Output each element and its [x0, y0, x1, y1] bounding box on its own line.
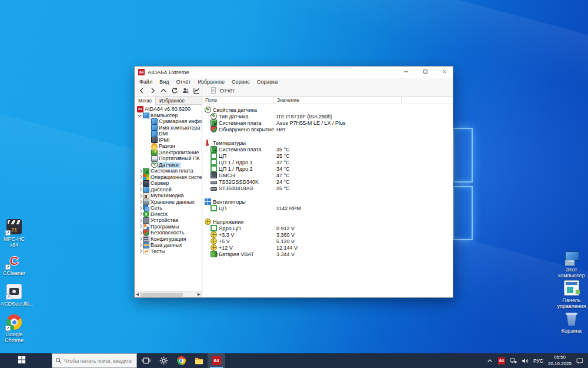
volume-icon[interactable]	[522, 357, 529, 364]
report-group-row[interactable]: Напряжения	[202, 218, 453, 225]
tree-item[interactable]: DirectX	[135, 211, 202, 218]
desktop-icon-recyclebin[interactable]: Корзина	[555, 311, 588, 334]
tree-item[interactable]: Мультимедиа	[135, 193, 202, 199]
toolbar-back-button[interactable]	[136, 86, 147, 96]
aida64-tray-icon[interactable]: 64	[498, 357, 505, 364]
chevron-right-icon[interactable]	[137, 242, 143, 248]
chevron-right-icon[interactable]	[137, 248, 143, 254]
chevron-right-icon[interactable]	[137, 174, 143, 180]
report-row[interactable]: ЦП 1 / Ядро 137 °C	[202, 159, 453, 165]
tree-item[interactable]: Электропитание	[135, 150, 202, 156]
tree-item[interactable]: Компьютер	[135, 112, 202, 119]
column-field[interactable]: Поле	[202, 97, 274, 104]
report-row[interactable]: Обнаружено вскрытие кор...Нет	[202, 126, 453, 132]
chevron-right-icon[interactable]	[137, 199, 143, 205]
tree-item[interactable]: Сеть	[135, 205, 202, 211]
tab-favorites[interactable]: Избранное	[156, 97, 188, 105]
taskbar-clock[interactable]: 06:50 20.10.2025	[548, 354, 572, 367]
tree-item[interactable]: DMI	[135, 131, 202, 137]
report-row[interactable]: ЦП25 °C	[202, 152, 453, 159]
tree-item[interactable]: База данных	[135, 242, 202, 248]
tree-item[interactable]: Разгон	[135, 143, 202, 150]
chevron-right-icon[interactable]	[137, 230, 143, 236]
tree-item[interactable]: Системная плата	[135, 168, 202, 174]
chevron-right-icon[interactable]	[137, 168, 143, 174]
scroll-right-arrow[interactable]: ▶	[196, 291, 202, 298]
tree-item[interactable]: AIDA64 v6.80.6200	[135, 106, 202, 112]
language-indicator[interactable]: РУС	[533, 358, 543, 364]
chevron-right-icon[interactable]	[137, 187, 143, 193]
report-row[interactable]: Ядро ЦП0.912 V	[202, 225, 453, 231]
report-row[interactable]: +12 V12.144 V	[202, 244, 453, 251]
report-row[interactable]: Батарея VBAT3.344 V	[202, 251, 453, 257]
chevron-right-icon[interactable]	[137, 211, 143, 217]
chevron-right-icon[interactable]	[137, 224, 143, 230]
scrollbar-thumb[interactable]	[141, 293, 183, 297]
toolbar-chart-button[interactable]	[191, 86, 202, 96]
chevron-right-icon[interactable]	[137, 217, 143, 223]
desktop-icon-thispc[interactable]: Этот компьютер	[555, 250, 588, 279]
column-value[interactable]: Значение	[274, 97, 402, 104]
tree-item[interactable]: Датчики	[135, 162, 202, 168]
desktop-icon-controlpanel[interactable]: Панель управления	[555, 280, 588, 310]
close-button[interactable]	[436, 67, 453, 78]
desktop-icon-chrome[interactable]: ↗Google Chrome	[1, 314, 28, 344]
tree-item[interactable]: IPMI	[135, 137, 202, 144]
report-row[interactable]: TS32GSSD340K24 °C	[202, 178, 453, 185]
action-center-icon[interactable]	[576, 357, 583, 364]
minimize-button[interactable]	[397, 67, 414, 78]
maximize-button[interactable]	[417, 67, 433, 78]
desktop-icon-mpc[interactable]: ↗MPC-HC x64	[1, 219, 28, 248]
chevron-down-icon[interactable]	[137, 112, 143, 118]
report-row[interactable]: ЦП1142 RPM	[202, 205, 453, 211]
desktop-icon-ccleaner[interactable]: ↗CCleaner	[1, 253, 28, 276]
chevron-right-icon[interactable]	[137, 193, 143, 198]
report-row[interactable]: Системная плата35 °C	[202, 146, 453, 152]
report-group-row[interactable]: Вентиляторы	[202, 198, 453, 205]
chevron-right-icon[interactable]	[137, 180, 143, 186]
tree-item[interactable]: Конфигурация	[135, 236, 202, 243]
search-input[interactable]	[64, 358, 133, 364]
report-group-row[interactable]: Свойства датчика	[202, 107, 453, 113]
report-row[interactable]: +5 V5.120 V	[202, 238, 453, 244]
tab-menu[interactable]: Меню	[135, 97, 156, 105]
menu-item[interactable]: Файл	[136, 79, 156, 85]
tree-item[interactable]: Портативный ПК	[135, 155, 202, 162]
menu-item[interactable]: Вид	[156, 79, 172, 85]
scroll-left-arrow[interactable]: ◀	[135, 291, 140, 298]
toolbar-users-button[interactable]	[181, 86, 191, 96]
taskbar-file-explorer-button[interactable]	[190, 353, 208, 368]
tree-item[interactable]: Хранение данных	[135, 199, 202, 205]
chevron-right-icon[interactable]	[137, 205, 143, 211]
tree-item[interactable]: Безопасность	[135, 230, 202, 236]
taskbar-search[interactable]	[52, 353, 137, 368]
network-icon[interactable]	[510, 357, 517, 364]
report-row[interactable]: ЦП 1 / Ядро 234 °C	[202, 165, 453, 172]
start-button[interactable]	[0, 353, 34, 368]
menu-item[interactable]: Сервис	[228, 79, 253, 85]
tree-item[interactable]: Сервер	[135, 180, 202, 187]
chevron-right-icon[interactable]	[137, 236, 143, 242]
taskbar-task-view-button[interactable]	[137, 353, 155, 368]
tray-overflow-chevron-icon[interactable]	[486, 357, 493, 364]
report-row[interactable]: Системная платаAsus P7H55-M LE / LX / Pl…	[202, 120, 453, 126]
toolbar-forward-button[interactable]	[148, 86, 158, 96]
tree-item[interactable]: Тесты	[135, 248, 202, 255]
toolbar-refresh-button[interactable]	[169, 86, 180, 96]
horizontal-scrollbar[interactable]: ◀ ▶	[135, 291, 202, 297]
report-row[interactable]: +3.3 V3.360 V	[202, 231, 453, 238]
tree-item[interactable]: Операционная система	[135, 174, 202, 181]
toolbar-up-button[interactable]	[158, 86, 169, 96]
report-row[interactable]: ST3500418AS25 °C	[202, 185, 453, 191]
menu-item[interactable]: Справка	[253, 79, 281, 85]
taskbar-aida64-button[interactable]: 64	[208, 353, 225, 368]
tree-item[interactable]: Дисплей	[135, 187, 202, 193]
tree-item[interactable]: Имя компьютера	[135, 125, 202, 131]
menu-item[interactable]: Отчёт	[172, 79, 194, 85]
desktop-icon-acdsee[interactable]: ↗ACDSeeUlti...	[1, 284, 28, 307]
tree-item[interactable]: Суммарная информация	[135, 118, 202, 125]
report-button[interactable]: Отчёт	[202, 85, 235, 96]
report-row[interactable]: GMCH47 °C	[202, 172, 453, 178]
taskbar-chrome-button[interactable]	[172, 353, 190, 368]
tree-item[interactable]: Устройства	[135, 217, 202, 224]
